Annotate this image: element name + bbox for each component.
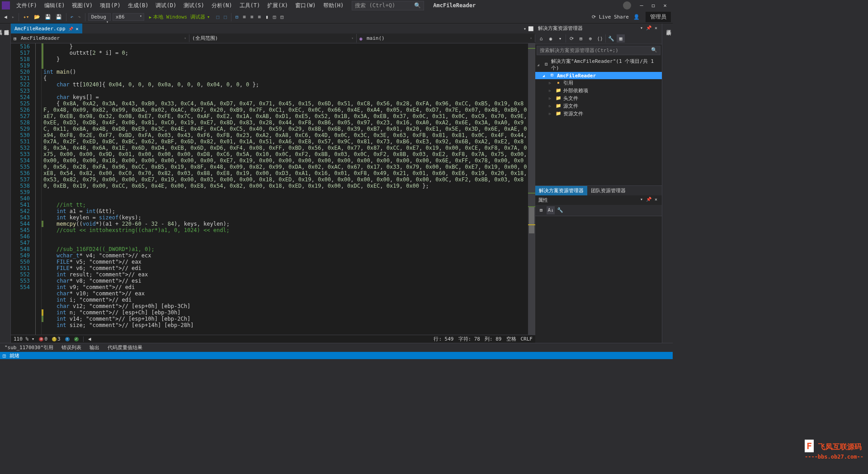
menu-item[interactable]: 视图(V): [68, 1, 96, 9]
solution-search-input[interactable]: 搜索解决方案资源管理器(Ctrl+;)🔍: [537, 46, 660, 55]
minimize-button[interactable]: —: [636, 1, 647, 10]
scope-dropdown[interactable]: (全局范围): [189, 34, 357, 43]
diagnostics-tab[interactable]: 诊断工具: [665, 26, 672, 340]
editor-tabs: AmcFileReader.cpp 📌 ✕ ▾ ⬜: [11, 24, 535, 33]
feedback-icon[interactable]: 👤: [632, 13, 642, 21]
p-icon-6[interactable]: ⊕: [586, 34, 594, 43]
error-count[interactable]: ⊘0: [39, 336, 47, 342]
user-avatar-icon[interactable]: [623, 1, 631, 9]
props-wrench-icon[interactable]: 🔧: [556, 206, 564, 214]
tb-icon-7[interactable]: ▮: [264, 13, 270, 21]
file-tab[interactable]: AmcFileReader.cpp 📌 ✕: [11, 24, 82, 33]
tb-icon-6[interactable]: ≡: [256, 13, 263, 21]
run-button[interactable]: 本地 Windows 调试器 ▾: [146, 13, 214, 21]
project-node[interactable]: ◢⊞AmcFileReader: [535, 72, 662, 79]
save-all-button[interactable]: 💾: [54, 13, 64, 21]
insert-mode: 空格: [506, 336, 516, 342]
panel-close-icon[interactable]: ✕: [653, 25, 659, 32]
show-all-icon[interactable]: ▦: [617, 34, 625, 43]
tab-dropdown-icon[interactable]: ▾: [524, 26, 526, 31]
save-button[interactable]: 💾: [43, 13, 53, 21]
warn-count[interactable]: !3: [52, 336, 61, 342]
menu-item[interactable]: 扩展(X): [264, 1, 292, 9]
function-dropdown[interactable]: ◉main(): [357, 34, 535, 42]
tab-close-icon[interactable]: ✕: [76, 26, 79, 31]
platform-dropdown[interactable]: x86: [113, 13, 144, 21]
panel-dropdown-icon[interactable]: ▾: [638, 25, 645, 32]
quick-search-input[interactable]: 搜索 (Ctrl+Q)🔍: [352, 1, 424, 10]
code-editor[interactable]: 5165175185195205215225235245255265275285…: [11, 43, 535, 335]
vertical-scrollbar[interactable]: [528, 43, 535, 335]
solution-root[interactable]: ◢⊡解决方案"AmcFileReader"(1 个项目/共 1 个): [535, 57, 662, 72]
props-close-icon[interactable]: ✕: [653, 197, 659, 203]
output-tab[interactable]: 输出: [88, 343, 101, 352]
menu-item[interactable]: 测试(S): [180, 1, 208, 9]
props-az-icon[interactable]: A↓: [547, 206, 555, 214]
tree-item[interactable]: ▷📁资源文件: [535, 110, 662, 118]
properties-icon[interactable]: 🔧: [607, 34, 615, 43]
refresh-icon[interactable]: ⟳: [567, 34, 576, 43]
references-tab[interactable]: "sub_1170030"引用: [3, 343, 55, 352]
solution-explorer-tab[interactable]: 解决方案资源管理器: [535, 186, 587, 195]
solution-tree: ◢⊡解决方案"AmcFileReader"(1 个项目/共 1 个) ◢⊞Amc…: [535, 57, 662, 185]
new-file-button[interactable]: ✦▾: [21, 13, 31, 21]
menu-item[interactable]: 生成(B): [124, 1, 152, 9]
scrollbar-thumb[interactable]: [529, 206, 534, 233]
code-nav-bar: ⊞AmcFileReader (全局范围) ◉main(): [11, 33, 535, 43]
tab-fullscreen-icon[interactable]: ⬜: [528, 26, 533, 31]
nav-fwd-button[interactable]: ▸: [10, 13, 17, 21]
menu-item[interactable]: 文件(F): [13, 1, 41, 9]
tb-icon-2[interactable]: ⬚: [222, 13, 229, 21]
status-text: 就绪: [9, 352, 19, 359]
hscroll-left[interactable]: ◀: [88, 336, 91, 342]
tb-icon-9[interactable]: ◫: [278, 13, 285, 21]
tree-item[interactable]: ▷📁外部依赖项: [535, 87, 662, 95]
title-bar: 文件(F)编辑(E)视图(V)项目(P)生成(B)调试(D)测试(S)分析(N)…: [0, 0, 673, 11]
props-pin-icon[interactable]: 📌: [646, 197, 652, 203]
home-icon[interactable]: ⌂: [537, 34, 545, 43]
tb-icon-1[interactable]: ⬚: [214, 13, 221, 21]
toolbox-tab[interactable]: 工具箱: [0, 26, 3, 336]
menu-item[interactable]: 调试(D): [152, 1, 180, 9]
panel-pin-icon[interactable]: 📌: [646, 25, 652, 32]
open-file-button[interactable]: 📂: [32, 13, 42, 21]
server-explorer-tab[interactable]: 服务器资源管理器: [3, 26, 9, 336]
menu-item[interactable]: 编辑(E): [41, 1, 69, 9]
tb-icon-4[interactable]: ≡: [241, 13, 248, 21]
menu-item[interactable]: 分析(N): [208, 1, 236, 9]
menu-item[interactable]: 工具(T): [236, 1, 264, 9]
maximize-button[interactable]: ◻: [647, 1, 659, 10]
main-toolbar: ◀ ▸ ✦▾ 📂 💾 💾 ↶ ↷ Debug x86 本地 Windows 调试…: [0, 11, 673, 24]
menu-item[interactable]: 窗口(W): [292, 1, 320, 9]
undo-button[interactable]: ↶: [69, 13, 75, 21]
nav-back-button[interactable]: ◀: [2, 13, 9, 21]
config-dropdown[interactable]: Debug: [88, 13, 111, 21]
props-dropdown-icon[interactable]: ▾: [638, 197, 645, 203]
tb-icon-3[interactable]: ⊟: [234, 13, 241, 21]
menu-item[interactable]: 项目(P): [96, 1, 124, 9]
tb-icon-8[interactable]: ◫: [271, 13, 278, 21]
close-button[interactable]: ✕: [659, 1, 671, 10]
menu-item[interactable]: 帮助(H): [320, 1, 348, 9]
p-icon-2[interactable]: ◉: [547, 34, 555, 43]
p-icon-7[interactable]: ⟨⟩: [596, 34, 604, 43]
build-ok[interactable]: ✓: [74, 337, 79, 341]
p-icon-3[interactable]: ▾: [556, 34, 564, 43]
tree-item[interactable]: ▷📁源文件: [535, 102, 662, 110]
error-list-tab[interactable]: 错误列表: [60, 343, 83, 352]
redo-button[interactable]: ↷: [76, 13, 83, 21]
info-up[interactable]: ↑: [65, 337, 70, 341]
props-cat-icon[interactable]: ⊞: [537, 206, 545, 214]
project-dropdown[interactable]: ⊞AmcFileReader: [11, 34, 189, 42]
bottom-tool-tabs: "sub_1170030"引用 错误列表 输出 代码度量值结果: [0, 343, 673, 352]
tb-icon-5[interactable]: ≡: [249, 13, 255, 21]
team-explorer-tab[interactable]: 团队资源管理器: [587, 186, 629, 195]
app-title: AmcFileReader: [433, 2, 476, 9]
tree-item[interactable]: ▷📁头文件: [535, 95, 662, 102]
p-icon-5[interactable]: ⊞: [577, 34, 585, 43]
zoom-dropdown[interactable]: 110 % ▾: [14, 336, 34, 342]
liveshare-button[interactable]: ⟳ Live Share: [590, 13, 631, 21]
code-metrics-tab[interactable]: 代码度量值结果: [106, 343, 144, 352]
tree-item[interactable]: ▷▪引用: [535, 79, 662, 87]
pin-icon[interactable]: 📌: [68, 27, 73, 31]
